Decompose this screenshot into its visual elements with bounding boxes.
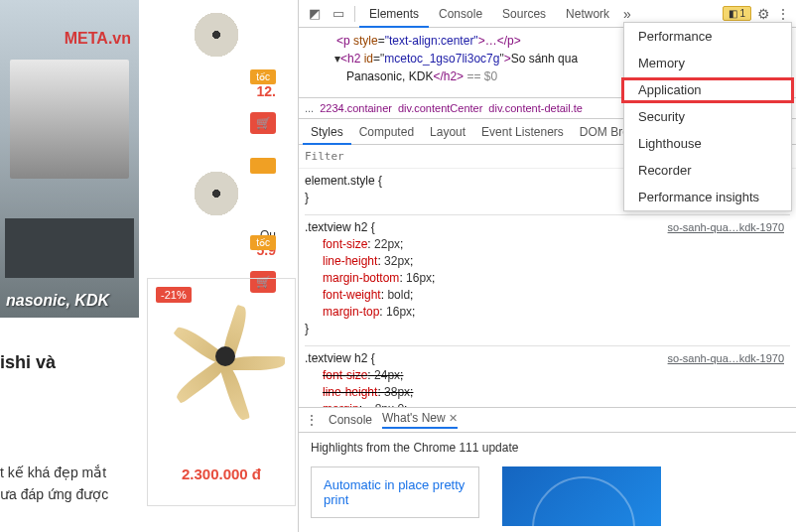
product-image [177,164,256,223]
devtools-panel: ◩ ▭ Elements Console Sources Network » ◧… [298,0,796,532]
discount-badge: -21% [156,287,192,303]
tab-computed[interactable]: Computed [351,119,422,145]
menu-item-performance[interactable]: Performance [624,23,791,50]
menu-item-application[interactable]: Application [624,76,791,103]
logo: META.vn [65,30,131,48]
drawer-tab-whatsnew[interactable]: What's New ✕ [382,411,458,429]
warning-badge[interactable]: ◧ 1 [723,6,751,21]
overflow-menu: Performance Memory Application Security … [623,22,792,211]
product-card[interactable]: Qu tốc 5.9 🛒 [147,164,286,293]
more-tabs-icon[interactable]: » [623,6,631,22]
description-text: t kế khá đẹp mắt ưa đáp ứng được [0,462,139,505]
product-card[interactable]: tốc Qu 12. 🛒 [147,5,286,134]
kebab-icon[interactable]: ⋮ [776,6,790,22]
source-link[interactable]: so-sanh-qua…kdk-1970 [668,219,784,236]
whatsnew-pane: Highlights from the Chrome 111 update Au… [299,433,796,532]
breadcrumb-item[interactable]: 2234.container [320,102,392,114]
whatsnew-title: Highlights from the Chrome 111 update [311,441,784,455]
cart-button[interactable]: 🛒 [250,112,276,134]
whatsnew-image [502,466,661,526]
tab-styles[interactable]: Styles [303,119,351,145]
kebab-icon[interactable]: ⋮ [305,412,319,428]
drawer-tab-bar: ⋮ Console What's New ✕ [299,407,796,433]
menu-item-memory[interactable]: Memory [624,50,791,76]
gear-icon[interactable]: ⚙ [757,6,770,22]
menu-item-lighthouse[interactable]: Lighthouse [624,130,791,157]
tab-sources[interactable]: Sources [492,0,556,28]
hero-title: nasonic, KDK [6,292,109,310]
drawer-tab-console[interactable]: Console [329,413,372,427]
tab-console[interactable]: Console [429,0,492,28]
inspect-icon[interactable]: ◩ [307,6,323,22]
whatsnew-card[interactable]: Automatic in place pretty print [311,466,479,518]
close-icon[interactable]: ✕ [449,412,458,424]
product-price: 12. [147,83,286,99]
hero-image: META.vn nasonic, KDK [0,0,139,318]
tab-network[interactable]: Network [556,0,619,28]
product-tag: tốc [250,235,276,250]
breadcrumb-item[interactable]: div.content-detail.te [488,102,583,114]
heading-partial: ishi và [0,352,56,373]
product-price: 2.300.000 đ [156,466,287,482]
tab-event-listeners[interactable]: Event Listeners [473,119,572,145]
product-card-large[interactable]: -21% 2.300.000 đ [147,278,296,506]
product-image [156,307,295,406]
product-image [177,5,256,65]
tab-elements[interactable]: Elements [359,0,429,28]
tab-layout[interactable]: Layout [422,119,473,145]
source-link[interactable]: so-sanh-qua…kdk-1970 [668,350,784,367]
breadcrumb-item[interactable]: div.contentCenter [398,102,482,114]
menu-item-perf-insights[interactable]: Performance insights [624,184,791,210]
divider [354,6,355,22]
product-tag: tốc [250,69,276,84]
menu-item-security[interactable]: Security [624,103,791,130]
breadcrumb-item[interactable]: ... [305,102,314,114]
device-icon[interactable]: ▭ [331,6,346,22]
menu-item-recorder[interactable]: Recorder [624,157,791,184]
